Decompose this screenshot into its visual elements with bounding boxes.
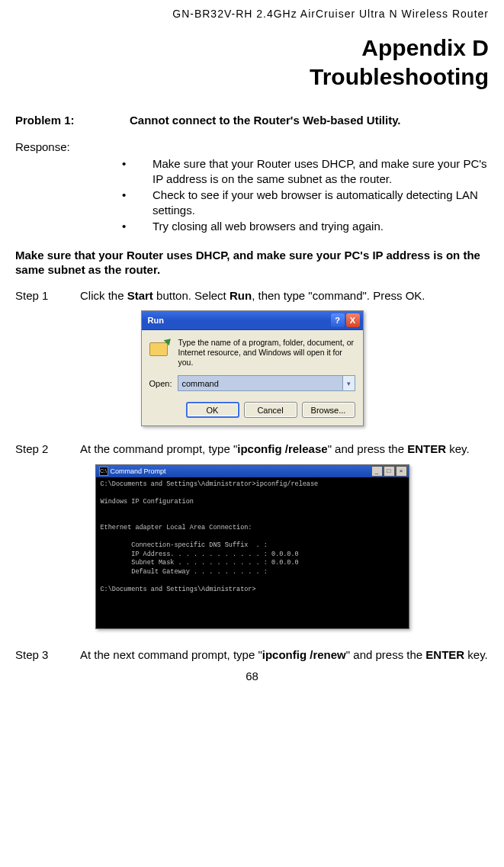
command-prompt-window: C:\ Command Prompt _ □ × C:\Documents an… xyxy=(95,464,409,629)
close-icon[interactable]: × xyxy=(396,466,407,477)
title-line-2: Troubleshooting xyxy=(310,64,489,89)
open-label: Open: xyxy=(149,379,172,388)
cmd-titlebar: C:\ Command Prompt _ □ × xyxy=(96,465,409,477)
run-dialog-figure: Run ? X Type the name of a program, fold… xyxy=(15,310,489,426)
step2-desc: At the command prompt, type "ipconfig /r… xyxy=(80,442,489,457)
response-bullets: Make sure that your Router uses DHCP, an… xyxy=(15,156,489,234)
cmd-figure: C:\ Command Prompt _ □ × C:\Documents an… xyxy=(15,464,489,629)
step3-desc: At the next command prompt, type "ipconf… xyxy=(80,647,489,663)
close-icon[interactable]: X xyxy=(346,313,360,327)
help-icon[interactable]: ? xyxy=(331,313,345,327)
run-icon xyxy=(149,338,172,359)
step1-desc: Click the Start button. Select Run, then… xyxy=(80,288,489,303)
step2-label: Step 2 xyxy=(15,442,80,457)
browse-button[interactable]: Browse... xyxy=(302,402,355,418)
page-number: 68 xyxy=(15,670,489,682)
run-titlebar: Run ? X xyxy=(142,311,363,330)
open-input[interactable] xyxy=(178,376,342,390)
step3-label: Step 3 xyxy=(15,647,80,663)
bullet-item: Make sure that your Router uses DHCP, an… xyxy=(137,156,489,186)
title-line-1: Appendix D xyxy=(361,35,489,60)
bullet-item: Check to see if your web browser is auto… xyxy=(137,188,489,217)
subheading: Make sure that your Router uses DHCP, an… xyxy=(15,248,489,278)
step2-row: Step 2 At the command prompt, type "ipco… xyxy=(15,442,489,457)
open-combobox[interactable]: ▾ xyxy=(178,375,355,391)
problem-row: Problem 1: Cannot connect to the Router'… xyxy=(15,114,489,127)
maximize-icon[interactable]: □ xyxy=(384,466,395,477)
appendix-title: Appendix D Troubleshooting xyxy=(15,34,489,91)
step1-row: Step 1 Click the Start button. Select Ru… xyxy=(15,288,489,303)
chevron-down-icon[interactable]: ▾ xyxy=(342,376,355,390)
minimize-icon[interactable]: _ xyxy=(371,466,383,477)
cmd-output: C:\Documents and Settings\Administrator>… xyxy=(96,477,409,628)
cancel-button[interactable]: Cancel xyxy=(244,402,297,418)
run-dialog: Run ? X Type the name of a program, fold… xyxy=(141,310,364,426)
response-label: Response: xyxy=(15,140,489,153)
cmd-icon: C:\ xyxy=(99,467,108,476)
step1-label: Step 1 xyxy=(15,288,80,303)
problem-label: Problem 1: xyxy=(15,114,130,127)
cmd-title: Command Prompt xyxy=(111,467,166,475)
run-desc-text: Type the name of a program, folder, docu… xyxy=(178,338,355,368)
problem-desc: Cannot connect to the Router's Web-based… xyxy=(130,114,489,127)
header-product: GN-BR32V-RH 2.4GHz AirCruiser Ultra N Wi… xyxy=(15,8,489,20)
ok-button[interactable]: OK xyxy=(186,402,239,418)
step3-row: Step 3 At the next command prompt, type … xyxy=(15,647,489,663)
run-title: Run xyxy=(148,316,164,325)
bullet-item: Try closing all web browsers and trying … xyxy=(137,219,489,234)
